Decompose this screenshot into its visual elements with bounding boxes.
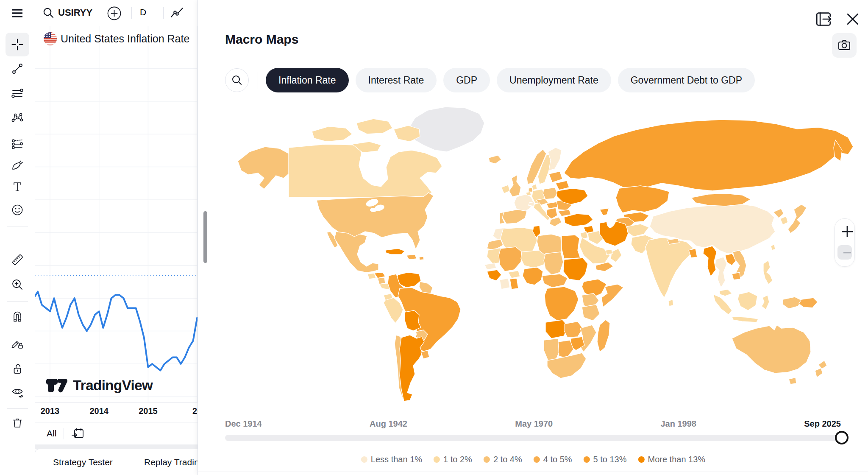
country-indonesia-borneo[interactable] bbox=[738, 292, 757, 310]
country-turkey[interactable] bbox=[564, 214, 593, 226]
chart-area[interactable]: United States Inflation Rate TradingView… bbox=[35, 26, 198, 475]
tool-lock-all[interactable] bbox=[11, 363, 24, 375]
tool-projection[interactable] bbox=[11, 138, 24, 151]
country-tasmania[interactable] bbox=[789, 377, 796, 384]
tool-zoom-in[interactable] bbox=[11, 278, 24, 291]
country-baltics[interactable] bbox=[549, 171, 562, 182]
tool-hide-drawings[interactable] bbox=[11, 386, 24, 399]
country-west-papua[interactable] bbox=[783, 297, 801, 309]
tool-ruler[interactable] bbox=[11, 253, 24, 266]
country-argentina[interactable] bbox=[400, 335, 424, 401]
country-indonesia-sulawesi[interactable] bbox=[762, 295, 769, 310]
country-papua-new-guinea[interactable] bbox=[799, 298, 818, 308]
country-canada-arctic[interactable] bbox=[356, 119, 392, 134]
country-uae[interactable] bbox=[606, 249, 612, 254]
tool-fib-retracement[interactable] bbox=[11, 87, 24, 100]
tool-brush[interactable] bbox=[11, 159, 24, 172]
country-alaska[interactable] bbox=[238, 147, 289, 189]
country-jordan[interactable] bbox=[580, 232, 588, 239]
country-north-korea[interactable] bbox=[773, 209, 784, 218]
country-poland[interactable] bbox=[543, 187, 557, 199]
country-guinea[interactable] bbox=[487, 270, 501, 281]
country-canada-arctic[interactable] bbox=[312, 126, 352, 142]
country-mongolia[interactable] bbox=[691, 193, 751, 206]
tool-trend-line[interactable] bbox=[11, 62, 24, 75]
map-zoom-out-button[interactable] bbox=[837, 245, 852, 260]
chip-gdp[interactable]: GDP bbox=[443, 68, 490, 92]
country-nicaragua[interactable] bbox=[378, 277, 385, 284]
country-india[interactable] bbox=[645, 238, 693, 298]
country-denmark[interactable] bbox=[532, 184, 537, 190]
tool-remove-drawings[interactable] bbox=[11, 416, 24, 429]
tool-magnet[interactable] bbox=[11, 311, 24, 324]
country-mali[interactable] bbox=[499, 247, 522, 271]
tab-replay-trading[interactable]: Replay Trading bbox=[142, 457, 198, 468]
snapshot-camera-button[interactable] bbox=[832, 33, 857, 58]
country-malaysia[interactable] bbox=[719, 289, 732, 296]
country-bulgaria[interactable] bbox=[558, 210, 571, 216]
panel-resize-handle[interactable] bbox=[203, 211, 207, 263]
country-japan[interactable] bbox=[788, 204, 807, 233]
country-ireland[interactable] bbox=[501, 185, 510, 193]
map-search-button[interactable] bbox=[225, 68, 249, 92]
country-bangladesh[interactable] bbox=[689, 249, 697, 258]
world-map[interactable] bbox=[225, 106, 857, 407]
tool-crosshair[interactable] bbox=[11, 38, 24, 51]
chart-legend-title[interactable]: United States Inflation Rate bbox=[44, 32, 189, 45]
country-new-zealand[interactable] bbox=[818, 360, 827, 369]
map-zoom-in-button[interactable] bbox=[835, 221, 854, 243]
country-peru[interactable] bbox=[384, 298, 403, 323]
symbol-search-button[interactable]: USIRYY bbox=[42, 6, 92, 19]
country-uk[interactable] bbox=[509, 175, 521, 197]
country-hispaniola[interactable] bbox=[406, 254, 417, 260]
country-tanzania[interactable] bbox=[582, 305, 600, 321]
country-uruguay[interactable] bbox=[421, 350, 429, 359]
tool-text[interactable] bbox=[11, 181, 24, 193]
country-indonesia-sumatra[interactable] bbox=[713, 294, 732, 315]
country-south-korea[interactable] bbox=[780, 216, 788, 225]
country-taiwan[interactable] bbox=[771, 244, 775, 250]
close-panel-button[interactable] bbox=[844, 10, 862, 28]
country-kazakhstan[interactable] bbox=[616, 186, 669, 213]
country-zambia[interactable] bbox=[564, 321, 583, 338]
tool-drawing-mode-lock[interactable] bbox=[11, 337, 24, 350]
country-burkina-faso[interactable] bbox=[508, 271, 520, 278]
country-cambodia[interactable] bbox=[732, 272, 740, 280]
country-spain[interactable] bbox=[502, 210, 527, 224]
country-new-zealand[interactable] bbox=[815, 368, 823, 377]
compare-add-symbol-button[interactable] bbox=[107, 6, 121, 20]
country-mexico[interactable] bbox=[334, 232, 378, 272]
country-switzerland[interactable] bbox=[529, 202, 534, 206]
main-menu-button[interactable] bbox=[10, 6, 25, 20]
country-niger[interactable] bbox=[521, 250, 545, 268]
country-cuba[interactable] bbox=[385, 249, 405, 254]
country-iceland[interactable] bbox=[489, 155, 501, 164]
country-thailand[interactable] bbox=[715, 257, 727, 288]
inflation-line-chart[interactable] bbox=[35, 26, 198, 402]
country-sri-lanka[interactable] bbox=[668, 299, 673, 306]
country-madagascar[interactable] bbox=[597, 320, 610, 352]
country-philippines[interactable] bbox=[763, 260, 773, 284]
go-to-date-button[interactable] bbox=[71, 427, 85, 441]
country-chad[interactable] bbox=[544, 252, 563, 275]
country-myanmar[interactable] bbox=[703, 246, 717, 277]
chip-inflation-rate[interactable]: Inflation Rate bbox=[266, 68, 349, 92]
chip-interest-rate[interactable]: Interest Rate bbox=[356, 68, 437, 92]
country-russia[interactable] bbox=[564, 120, 853, 191]
tab-strategy-tester[interactable]: Strategy Tester bbox=[50, 457, 115, 468]
country-oman[interactable] bbox=[611, 249, 622, 262]
chip-unemployment-rate[interactable]: Unemployment Rate bbox=[497, 68, 611, 92]
chart-style-button[interactable] bbox=[170, 6, 185, 20]
timeline-slider[interactable] bbox=[225, 435, 848, 441]
country-nigeria[interactable] bbox=[523, 267, 543, 285]
country-sudan[interactable] bbox=[563, 258, 588, 281]
country-drc[interactable] bbox=[545, 287, 579, 321]
country-indonesia-java[interactable] bbox=[732, 316, 758, 322]
country-cameroon[interactable] bbox=[542, 274, 568, 288]
country-finland[interactable] bbox=[548, 148, 562, 170]
timeline-slider-handle[interactable] bbox=[835, 431, 849, 444]
country-egypt[interactable] bbox=[562, 235, 580, 259]
interval-button[interactable]: D bbox=[140, 7, 153, 17]
country-senegal[interactable] bbox=[484, 263, 496, 270]
country-belarus[interactable] bbox=[556, 181, 569, 190]
